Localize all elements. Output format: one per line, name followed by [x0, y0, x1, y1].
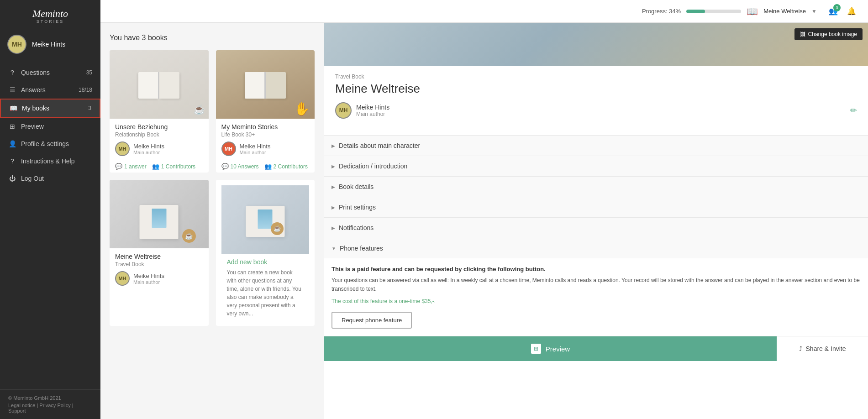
sidebar-item-answers[interactable]: ☰ Answers 18/18 [0, 81, 100, 99]
phone-feature-content: This is a paid feature and can be reques… [324, 258, 868, 336]
book-author-row: MH Meike Hints Main author [115, 271, 203, 286]
answers-count: 1 answer [124, 163, 147, 170]
book-stats: 💬 10 Answers 👥 2 Contributors [221, 160, 310, 170]
change-image-label: Change book image [808, 31, 857, 37]
content-area: You have 3 books ☕ [100, 23, 868, 419]
sidebar-item-profile[interactable]: 👤 Profile & settings [0, 135, 100, 152]
accordion-main-character: ▶ Details about main character [324, 135, 868, 156]
topbar-icons: 👥 3 🔔 [826, 4, 859, 19]
sidebar-item-instructions[interactable]: ? Instructions & Help [0, 152, 100, 170]
book-name: My Meminto Stories [221, 123, 310, 131]
share-invite-button[interactable]: ⤴ Share & Invite [777, 336, 868, 361]
sidebar-item-my-books[interactable]: 📖 My books 3 [0, 99, 100, 118]
book-type: Travel Book [115, 261, 203, 267]
progress-bar [686, 10, 741, 13]
book-card-meminto[interactable]: ✋ My Meminto Stories Life Book 30+ MH Me… [216, 50, 315, 173]
copyright-text: © Meminto GmbH 2021 [8, 395, 92, 401]
add-book-img: ☕ [221, 185, 310, 254]
accordion-label: Phone features [340, 245, 383, 252]
topbar-book-icon: 📖 [747, 6, 758, 17]
accordion-dedication: ▶ Dedication / introduction [324, 156, 868, 176]
contributors-count: 1 Contributors [161, 163, 195, 170]
accordion-header-phone-features[interactable]: ▼ Phone features [324, 238, 868, 258]
sidebar: Meminto STORIES MH Meike Hints ? Questio… [0, 0, 100, 419]
legal-notice-link[interactable]: Legal notice [8, 403, 35, 408]
sidebar-item-label: Preview [21, 123, 44, 130]
request-phone-label: Request phone feature [342, 317, 402, 324]
chevron-down-icon: ▼ [331, 246, 336, 251]
books-count-title: You have 3 books [110, 34, 315, 42]
books-badge: 3 [88, 105, 91, 111]
book-card-info: My Meminto Stories Life Book 30+ MH Meik… [216, 119, 315, 173]
accordion-header-notifications[interactable]: ▶ Notifications [324, 218, 868, 238]
book-category: Travel Book [335, 73, 857, 80]
book-detail-content: Travel Book Meine Weltreise MH Meike Hin… [324, 66, 868, 135]
book-detail-title: Meine Weltreise [335, 82, 857, 96]
sidebar-item-label: Log Out [21, 175, 44, 182]
progress-bar-fill [686, 10, 705, 13]
privacy-policy-link[interactable]: Privacy Policy [39, 403, 70, 408]
accordion-label: Details about main character [339, 142, 420, 149]
support-link[interactable]: Support [8, 408, 26, 414]
sidebar-item-questions[interactable]: ? Questions 35 [0, 64, 100, 81]
book-card-weltreise[interactable]: ☕ Meine Weltreise Travel Book MH Meike H… [110, 180, 209, 326]
accordion-header-main-character[interactable]: ▶ Details about main character [324, 136, 868, 156]
answers-stat[interactable]: 💬 1 answer [115, 163, 147, 170]
logout-icon: ⏻ [8, 175, 16, 182]
book-cover-area: 🖼 Change book image [324, 23, 868, 66]
accordion-book-details: ▶ Book details [324, 176, 868, 197]
chat-icon: 💬 [221, 163, 229, 170]
bottom-bar: ⊞ Preview ⤴ Share & Invite [324, 336, 868, 361]
book-detail-panel: 🖼 Change book image Travel Book Meine We… [324, 23, 868, 419]
book-card-unsere[interactable]: ☕ Unsere Beziehung Relationship Book MH … [110, 50, 209, 173]
answers-badge: 18/18 [79, 87, 92, 93]
logo-sub: STORIES [9, 19, 91, 24]
contributors-icon: 👥 [152, 163, 159, 170]
chevron-right-icon: ▶ [331, 225, 335, 230]
chat-icon: 💬 [115, 163, 122, 170]
request-phone-feature-button[interactable]: Request phone feature [331, 312, 412, 329]
answers-stat[interactable]: 💬 10 Answers [221, 163, 259, 170]
sidebar-item-label: Answers [21, 86, 46, 94]
accordion-header-print-settings[interactable]: ▶ Print settings [324, 197, 868, 217]
contributors-stat[interactable]: 👥 1 Contributors [152, 163, 195, 170]
users-icon-btn[interactable]: 👥 3 [826, 4, 841, 19]
accordion-print-settings: ▶ Print settings [324, 197, 868, 217]
chevron-right-icon: ▶ [331, 184, 335, 189]
image-icon: 🖼 [800, 31, 805, 37]
share-icon: ⤴ [799, 345, 802, 352]
book-author-avatar: MH [221, 141, 236, 156]
change-book-image-button[interactable]: 🖼 Change book image [794, 28, 863, 40]
sidebar-item-logout[interactable]: ⏻ Log Out [0, 170, 100, 187]
bell-icon-btn[interactable]: 🔔 [844, 4, 859, 19]
topbar-book-arrow[interactable]: ▼ [811, 8, 817, 15]
chevron-right-icon: ▶ [331, 205, 335, 210]
questions-icon: ? [8, 69, 16, 76]
sidebar-item-label: Profile & settings [21, 140, 69, 147]
edit-book-button[interactable]: ✏ [850, 105, 857, 115]
contributors-stat[interactable]: 👥 2 Contributors [264, 163, 308, 170]
sidebar-item-preview[interactable]: ⊞ Preview [0, 118, 100, 135]
accordion-notifications: ▶ Notifications [324, 217, 868, 238]
answers-icon: ☰ [8, 86, 16, 94]
phone-feature-price: The cost of this feature is a one-time $… [331, 298, 861, 304]
book-type: Life Book 30+ [221, 131, 310, 138]
book-author-row: MH Meike Hints Main author [221, 141, 310, 156]
accordion-header-book-details[interactable]: ▶ Book details [324, 177, 868, 197]
preview-icon: ⊞ [8, 123, 16, 130]
books-grid: ☕ Unsere Beziehung Relationship Book MH … [110, 50, 315, 326]
chevron-right-icon: ▶ [331, 143, 335, 148]
sidebar-nav: ? Questions 35 ☰ Answers 18/18 📖 My book… [0, 60, 100, 389]
preview-button[interactable]: ⊞ Preview [324, 336, 777, 361]
book-card-info: Add new book You can create a new book w… [221, 254, 310, 320]
book-name: Meine Weltreise [115, 253, 203, 260]
book-card-info: Unsere Beziehung Relationship Book MH Me… [110, 119, 209, 173]
topbar-book-name: Meine Weltreise [763, 8, 806, 15]
chevron-right-icon: ▶ [331, 164, 335, 169]
accordion-header-dedication[interactable]: ▶ Dedication / introduction [324, 156, 868, 176]
book-card-img: ✋ [216, 50, 315, 119]
book-author-role: Main author [133, 279, 164, 285]
user-profile-row[interactable]: MH Meike Hints [0, 28, 100, 60]
add-book-card[interactable]: ☕ Add new book You can create a new book… [216, 180, 315, 326]
book-author-avatar: MH [115, 271, 130, 286]
